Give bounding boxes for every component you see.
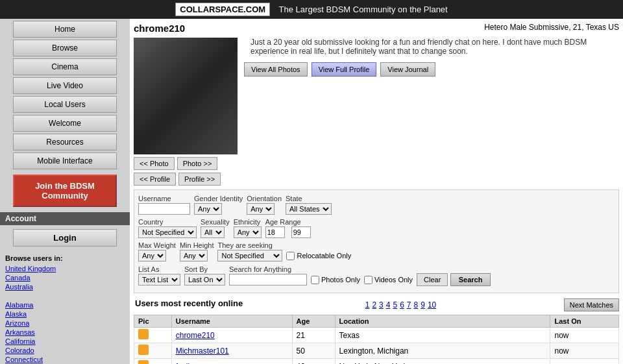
table-column-header: Username <box>171 315 292 328</box>
sort-by-select[interactable]: Last On <box>184 274 225 285</box>
relocatable-label[interactable]: Relocatable Only <box>286 252 351 260</box>
page-number[interactable]: 5 <box>393 300 397 309</box>
state-link[interactable]: Canada <box>0 273 130 282</box>
age-from-input[interactable] <box>265 226 285 238</box>
age-cell: 46 <box>292 359 335 365</box>
table-column-header: Last On <box>550 315 619 328</box>
state-field-group: State All States <box>286 194 332 215</box>
state-link[interactable]: Arizona <box>0 319 130 328</box>
username-label: Username <box>138 195 171 202</box>
photo-next-button[interactable]: Photo >> <box>177 157 218 170</box>
username-link[interactable]: Michmaster101 <box>176 346 229 356</box>
state-link[interactable]: Colorado <box>0 346 130 355</box>
table-header: PicUsernameAgeLocationLast On <box>134 315 619 328</box>
sidebar-nav-item[interactable]: Welcome <box>13 115 117 132</box>
gender-select[interactable]: Any <box>194 203 222 215</box>
browse-label: Browse users in: <box>0 250 130 264</box>
sort-by-group: Sort By Last On <box>184 265 225 285</box>
username-link[interactable]: fsall <box>176 362 189 365</box>
search-button[interactable]: Search <box>450 273 491 286</box>
country-select[interactable]: Not Specified <box>138 226 197 238</box>
list-as-select[interactable]: Text List <box>138 274 180 285</box>
search-row-2: Country Not Specified Sexuality All Ethn… <box>138 217 615 238</box>
sexuality-select[interactable]: All <box>201 226 225 238</box>
page-number[interactable]: 8 <box>414 300 419 309</box>
they-seeking-select[interactable]: Not Specified <box>217 250 282 261</box>
page-number[interactable]: 10 <box>428 300 436 309</box>
sidebar: HomeBrowseCinemaLive VideoLocal UsersWel… <box>0 19 130 364</box>
page-number[interactable]: 2 <box>372 300 376 309</box>
sidebar-nav-item[interactable]: Live Video <box>13 77 117 94</box>
state-link[interactable]: Arkansas <box>0 328 130 337</box>
user-pic-icon <box>138 329 149 339</box>
username-link[interactable]: chrome210 <box>176 331 215 340</box>
profile-action-buttons: View All Photos View Full Profile View J… <box>244 62 619 77</box>
login-button[interactable]: Login <box>13 229 117 247</box>
search-area: Username Gender Identity Any Orientation… <box>134 189 619 293</box>
state-link[interactable]: Alabama <box>0 300 130 309</box>
table-row: fsall46NewYork, New Yorknow <box>134 359 619 365</box>
state-link[interactable]: Australia <box>0 282 130 291</box>
pic-cell <box>134 328 172 343</box>
profile-photo-area: << Photo Photo >> << Profile Profile >> … <box>134 38 619 186</box>
photo-prev-button[interactable]: << Photo <box>134 157 175 170</box>
max-weight-select[interactable]: Any <box>138 250 166 261</box>
profile-nav: << Profile Profile >> <box>134 173 238 186</box>
page-number[interactable]: 4 <box>386 300 391 309</box>
clear-button[interactable]: Clear <box>417 273 448 286</box>
view-journal-button[interactable]: View Journal <box>380 62 435 77</box>
age-to-input[interactable] <box>291 226 311 238</box>
state-link[interactable]: Alaska <box>0 309 130 319</box>
country-field-group: Country Not Specified <box>138 217 197 238</box>
state-link[interactable]: United Kingdom <box>0 264 130 273</box>
min-height-group: Min Height Any <box>180 241 214 261</box>
profile-photo: << Photo Photo >> << Profile Profile >> <box>134 38 238 186</box>
sidebar-nav-item[interactable]: Mobile Interface <box>13 152 117 169</box>
photo-nav: << Photo Photo >> <box>134 157 238 170</box>
sidebar-nav-item[interactable]: Resources <box>13 134 117 151</box>
photos-only-group: Photos Only <box>311 267 360 284</box>
ethnicity-select[interactable]: Any <box>234 226 262 238</box>
table-row: chrome21021Texasnow <box>134 328 619 343</box>
page-number[interactable]: 1 <box>365 300 370 309</box>
profile-next-button[interactable]: Profile >> <box>178 173 221 186</box>
state-select[interactable]: All States <box>286 203 332 215</box>
username-input[interactable] <box>138 203 190 215</box>
state-link[interactable]: Connecticut <box>0 355 130 364</box>
page-number[interactable]: 9 <box>421 300 425 309</box>
min-height-select[interactable]: Any <box>180 250 208 261</box>
state-link[interactable]: California <box>0 337 130 346</box>
pic-cell <box>134 343 172 359</box>
sidebar-nav-item[interactable]: Browse <box>13 40 117 56</box>
next-matches-button[interactable]: Next Matches <box>564 298 619 311</box>
they-seeking-label: They are seeking <box>217 241 272 249</box>
page-number[interactable]: 3 <box>379 300 384 309</box>
sidebar-nav-item[interactable]: Local Users <box>13 96 117 113</box>
orientation-select[interactable]: Any <box>247 203 275 215</box>
table-body: chrome21021TexasnowMichmaster10150Lexing… <box>134 328 619 365</box>
users-table: PicUsernameAgeLocationLast On chrome2102… <box>134 315 619 364</box>
view-all-photos-button[interactable]: View All Photos <box>244 62 308 77</box>
last-on-cell: now <box>550 328 619 343</box>
username-cell: chrome210 <box>171 328 292 343</box>
photo-placeholder <box>134 38 238 154</box>
country-label: Country <box>138 218 164 226</box>
relocatable-checkbox[interactable] <box>286 252 295 260</box>
sidebar-nav-item[interactable]: Cinema <box>13 58 117 75</box>
videos-only-checkbox[interactable] <box>364 276 373 284</box>
list-as-group: List As Text List <box>138 265 180 285</box>
profile-bio: Just a 20 year old submissive looking fo… <box>244 38 619 56</box>
join-button[interactable]: Join the BDSM Community <box>13 175 117 207</box>
page-number[interactable]: 6 <box>400 300 404 309</box>
table-column-header: Location <box>335 315 550 328</box>
search-for-input[interactable] <box>229 274 307 285</box>
profile-prev-button[interactable]: << Profile <box>134 173 176 186</box>
page-number[interactable]: 7 <box>407 300 411 309</box>
sidebar-nav-item[interactable]: Home <box>13 21 117 38</box>
videos-only-label[interactable]: Videos Only <box>364 276 413 284</box>
photos-only-checkbox[interactable] <box>311 276 319 284</box>
gender-label: Gender Identity <box>194 195 243 202</box>
view-full-profile-button[interactable]: View Full Profile <box>312 62 377 77</box>
photos-only-label[interactable]: Photos Only <box>311 276 360 284</box>
search-buttons: Clear Search <box>417 264 491 286</box>
